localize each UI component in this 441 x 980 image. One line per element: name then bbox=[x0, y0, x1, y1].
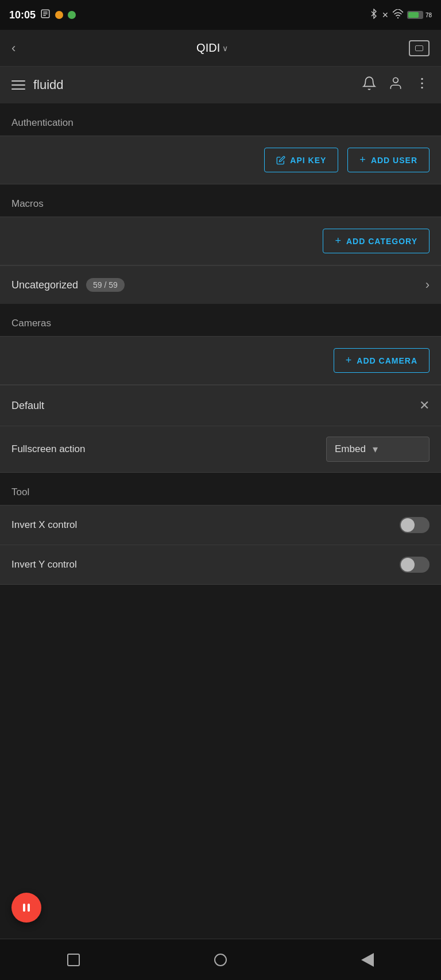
cameras-section-title: Cameras bbox=[0, 304, 441, 336]
app-header-left: fluidd bbox=[11, 78, 64, 92]
invert-x-row: Invert X control bbox=[0, 505, 441, 545]
fullscreen-action-row: Fullscreen action Embed ▾ bbox=[0, 426, 441, 473]
tool-section: Tool Invert X control Invert Y control bbox=[0, 473, 441, 585]
uncategorized-row-left: Uncategorized 59 / 59 bbox=[11, 278, 125, 292]
invert-y-toggle-thumb bbox=[401, 558, 415, 572]
profile-button[interactable] bbox=[388, 76, 403, 94]
cameras-card: + ADD CAMERA bbox=[0, 336, 441, 385]
nav-back-button[interactable] bbox=[350, 943, 385, 977]
notification-icon bbox=[40, 9, 51, 22]
invert-x-toggle[interactable] bbox=[400, 517, 430, 533]
add-user-button[interactable]: + ADD USER bbox=[347, 148, 430, 172]
hamburger-menu-button[interactable] bbox=[11, 80, 25, 90]
uncategorized-badge: 59 / 59 bbox=[86, 278, 125, 292]
nav-title-dropdown-icon[interactable]: ∨ bbox=[222, 44, 228, 53]
macros-section: Macros + ADD CATEGORY Uncategorized 59 /… bbox=[0, 184, 441, 304]
status-time: 10:05 bbox=[9, 9, 36, 21]
default-camera-label: Default bbox=[11, 400, 44, 412]
macros-card: + ADD CATEGORY bbox=[0, 217, 441, 265]
expand-button[interactable] bbox=[409, 40, 430, 56]
macros-section-title: Macros bbox=[0, 184, 441, 217]
invert-y-row: Invert Y control bbox=[0, 545, 441, 585]
api-key-button[interactable]: API KEY bbox=[264, 148, 338, 172]
nav-square-button[interactable] bbox=[56, 943, 91, 977]
nav-back-icon bbox=[361, 953, 374, 967]
add-user-label: ADD USER bbox=[371, 156, 417, 165]
add-category-button[interactable]: + ADD CATEGORY bbox=[323, 229, 430, 253]
authentication-section: Authentication API KEY + ADD USER bbox=[0, 103, 441, 184]
add-user-plus-icon: + bbox=[359, 154, 366, 166]
fullscreen-dropdown-arrow-icon: ▾ bbox=[373, 443, 378, 456]
invert-x-toggle-thumb bbox=[401, 518, 415, 532]
nav-square-icon bbox=[67, 954, 80, 966]
x-icon: ✕ bbox=[382, 10, 389, 20]
nav-title: QIDI ∨ bbox=[196, 41, 228, 55]
more-menu-button[interactable] bbox=[415, 76, 430, 94]
expand-inner-icon bbox=[415, 45, 423, 51]
status-bar-left: 10:05 bbox=[9, 9, 76, 22]
invert-x-label: Invert X control bbox=[11, 519, 77, 531]
fab-button[interactable] bbox=[11, 893, 41, 923]
add-camera-plus-icon: + bbox=[346, 354, 353, 366]
invert-y-toggle[interactable] bbox=[400, 557, 430, 573]
cameras-section: Cameras + ADD CAMERA Default ✕ Fullscree… bbox=[0, 304, 441, 473]
fullscreen-action-select[interactable]: Embed ▾ bbox=[326, 437, 430, 462]
add-category-label: ADD CATEGORY bbox=[346, 237, 417, 246]
bottom-nav bbox=[0, 939, 441, 980]
bluetooth-icon bbox=[369, 9, 378, 21]
svg-point-6 bbox=[421, 78, 423, 80]
add-category-plus-icon: + bbox=[335, 235, 342, 247]
dot-green-icon bbox=[68, 11, 76, 19]
status-bar: 10:05 ✕ 78 bbox=[0, 0, 441, 30]
svg-point-5 bbox=[393, 78, 399, 83]
nav-home-icon bbox=[214, 954, 227, 966]
fab-pause-icon bbox=[23, 904, 30, 912]
invert-y-label: Invert Y control bbox=[11, 559, 77, 570]
default-camera-row: Default ✕ bbox=[0, 385, 441, 426]
dot-orange-icon bbox=[55, 11, 63, 19]
tool-section-title: Tool bbox=[0, 473, 441, 505]
fullscreen-action-value: Embed bbox=[335, 443, 366, 455]
add-camera-button[interactable]: + ADD CAMERA bbox=[334, 348, 430, 373]
fullscreen-action-label: Fullscreen action bbox=[11, 443, 86, 455]
content-area: Authentication API KEY + ADD USER Macros… bbox=[0, 103, 441, 631]
status-bar-right: ✕ 78 bbox=[369, 9, 432, 21]
uncategorized-label: Uncategorized bbox=[11, 279, 78, 291]
svg-point-8 bbox=[421, 87, 423, 88]
authentication-section-title: Authentication bbox=[0, 103, 441, 136]
uncategorized-row[interactable]: Uncategorized 59 / 59 › bbox=[0, 265, 441, 304]
nav-bar: ‹ QIDI ∨ bbox=[0, 30, 441, 67]
close-camera-button[interactable]: ✕ bbox=[419, 398, 430, 413]
svg-point-7 bbox=[421, 82, 423, 84]
battery-indicator: 78 bbox=[407, 11, 432, 19]
svg-point-4 bbox=[397, 17, 399, 18]
app-header: fluidd bbox=[0, 67, 441, 103]
notification-bell-button[interactable] bbox=[362, 76, 377, 94]
api-key-label: API KEY bbox=[290, 156, 326, 165]
nav-home-button[interactable] bbox=[203, 943, 238, 977]
back-button[interactable]: ‹ bbox=[11, 41, 16, 56]
wifi-icon bbox=[392, 9, 404, 21]
authentication-card: API KEY + ADD USER bbox=[0, 136, 441, 184]
app-header-right bbox=[362, 76, 430, 94]
app-title: fluidd bbox=[33, 78, 64, 92]
nav-title-text: QIDI bbox=[196, 41, 220, 55]
uncategorized-chevron-icon: › bbox=[425, 277, 430, 292]
add-camera-label: ADD CAMERA bbox=[357, 356, 417, 365]
